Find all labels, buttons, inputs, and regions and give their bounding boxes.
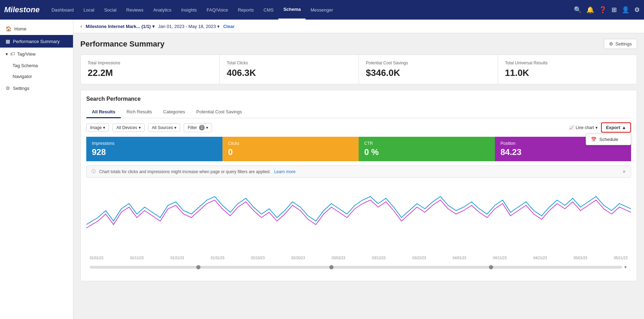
sidebar-group-tag-view[interactable]: ▾ 🏷 Tag/View (0, 48, 73, 60)
sidebar-item-home[interactable]: 🏠 Home (0, 22, 73, 35)
user-icon[interactable]: 👤 (622, 6, 629, 14)
schedule-icon: 📅 (591, 137, 597, 142)
nav-insights[interactable]: Insights (176, 0, 202, 20)
breadcrumb-company[interactable]: Milestone Internet Mark... (1/1) ▾ (86, 24, 154, 29)
close-info-button[interactable]: ✕ (622, 169, 626, 174)
notifications-icon[interactable]: 🔔 (586, 6, 594, 14)
timeline-down-icon[interactable]: ▼ (623, 265, 628, 270)
x-label-0: 01/01/23 (90, 256, 103, 260)
page-header: Performance Summary ⚙ Settings (80, 39, 637, 49)
chart-controls: 📈 Line chart ▾ Export ▲ 📅 (569, 122, 631, 133)
tab-potential-cost-savings[interactable]: Potential Cost Savings (191, 106, 248, 118)
timeline-thumb-2[interactable] (329, 265, 334, 269)
clicks-label: Total Clicks (227, 61, 351, 65)
nav-analytics[interactable]: Analytics (148, 0, 176, 20)
apps-icon[interactable]: ⊞ (612, 6, 617, 14)
x-label-1: 01/11/23 (130, 256, 144, 260)
sidebar-item-tag-schema[interactable]: Tag Schema (0, 60, 73, 71)
page-settings-button[interactable]: ⚙ Settings (604, 39, 637, 49)
sidebar: 🏠 Home ▦ Performance Summary ▾ 🏷 Tag/Vie… (0, 20, 73, 319)
nav-faq-voice[interactable]: FAQ/Voice (202, 0, 233, 20)
x-label-3: 01/31/23 (211, 256, 224, 260)
all-devices-filter[interactable]: All Devices ▾ (112, 123, 144, 132)
x-label-4: 02/10/23 (251, 256, 265, 260)
filter-button[interactable]: Filter 1 ▾ (184, 123, 212, 132)
app-logo: Milestone (4, 5, 39, 14)
help-icon[interactable]: ❓ (599, 6, 607, 14)
chart-svg (86, 183, 631, 253)
metric-bar-ctr[interactable]: CTR 0 % (359, 137, 495, 161)
schedule-export-item[interactable]: 📅 Schedule (586, 134, 631, 145)
settings-icon[interactable]: ⚙ (634, 6, 640, 14)
export-button[interactable]: Export ▲ (601, 122, 631, 133)
line-chart-label: Line chart (576, 125, 594, 130)
x-label-13: 05/11/23 (614, 256, 628, 260)
all-devices-label: All Devices (116, 125, 137, 130)
sidebar-performance-label: Performance Summary (13, 39, 60, 44)
main-content: ‹ Milestone Internet Mark... (1/1) ▾ Jan… (73, 20, 644, 319)
learn-more-link[interactable]: Learn more (274, 169, 295, 174)
schedule-label: Schedule (599, 137, 618, 142)
metrics-row: Total Impressions 22.2M Total Clicks 406… (80, 55, 637, 84)
nav-local[interactable]: Local (79, 0, 99, 20)
expand-icon: ▾ (6, 51, 8, 57)
impressions-bar-label: Impressions (92, 141, 217, 146)
info-bar: ⓘ Chart totals for clicks and impression… (86, 165, 631, 178)
sidebar-tag-view-label: Tag/View (17, 51, 36, 57)
line-chart-dropdown-icon: ▾ (595, 125, 598, 130)
date-range-label: Jan 01, 2023 - May 18, 2023 (158, 24, 216, 29)
tabs-row: All Results Rich Results Categories Pote… (86, 106, 631, 118)
tab-all-results[interactable]: All Results (86, 106, 121, 118)
impressions-value: 22.2M (88, 68, 212, 78)
breadcrumb-date-range[interactable]: Jan 01, 2023 - May 18, 2023 ▾ (158, 24, 220, 29)
page-title: Performance Summary (80, 40, 164, 49)
nav-messenger[interactable]: Messenger (306, 0, 338, 20)
clear-button[interactable]: Clear (223, 24, 235, 29)
nav-dashboard[interactable]: Dashboard (46, 0, 79, 20)
metric-bar-impressions[interactable]: Impressions 928 (86, 137, 222, 161)
filter-row: Image ▾ All Devices ▾ All Sources ▾ Filt… (86, 122, 631, 133)
settings-gear-page-icon: ⚙ (609, 41, 613, 47)
page-area: Performance Summary ⚙ Settings Total Imp… (73, 33, 644, 287)
x-label-10: 04/11/23 (493, 256, 507, 260)
breadcrumb-back-button[interactable]: ‹ (80, 23, 82, 29)
settings-gear-icon: ⚙ (6, 85, 10, 91)
timeline-thumb-3[interactable] (489, 265, 493, 269)
tab-categories[interactable]: Categories (158, 106, 191, 118)
export-dropdown: 📅 Schedule (586, 134, 631, 145)
image-filter[interactable]: Image ▾ (86, 123, 109, 132)
nav-social[interactable]: Social (99, 0, 121, 20)
export-container: Export ▲ 📅 Schedule (601, 122, 631, 133)
x-label-7: 03/12/23 (372, 256, 386, 260)
metric-bar-clicks[interactable]: Clicks 0 (222, 137, 359, 161)
company-dropdown-icon: ▾ (152, 24, 155, 29)
performance-icon: ▦ (6, 38, 10, 44)
settings-btn-label: Settings (615, 41, 632, 47)
nav-cms[interactable]: CMS (259, 0, 279, 20)
timeline-thumb-1[interactable] (196, 265, 200, 269)
universal-results-label: Total Universal Results (505, 61, 630, 65)
tab-rich-results[interactable]: Rich Results (121, 106, 158, 118)
clicks-value: 406.3K (227, 68, 351, 78)
sidebar-item-performance-summary[interactable]: ▦ Performance Summary (0, 35, 73, 48)
nav-schema[interactable]: Schema (278, 0, 306, 20)
timeline-scrollbar[interactable]: ▼ (86, 263, 631, 271)
nav-reports[interactable]: Reports (233, 0, 259, 20)
sidebar-item-navigator[interactable]: Navigator (0, 71, 73, 82)
search-performance-title: Search Performance (86, 96, 631, 102)
nav-reviews[interactable]: Reviews (122, 0, 148, 20)
search-icon[interactable]: 🔍 (574, 6, 581, 14)
filter-dropdown-icon: ▾ (206, 125, 208, 130)
all-sources-label: All Sources (152, 125, 173, 130)
x-axis-labels: 01/01/23 01/11/23 01/21/23 01/31/23 02/1… (86, 256, 631, 260)
line-chart-button[interactable]: 📈 Line chart ▾ (569, 125, 598, 130)
tag-icon: 🏷 (10, 51, 15, 57)
cost-savings-value: $346.0K (366, 68, 491, 78)
timeline-track[interactable] (90, 266, 622, 269)
all-sources-filter[interactable]: All Sources ▾ (148, 123, 181, 132)
impressions-label: Total Impressions (88, 61, 212, 65)
filter-count-badge: 1 (199, 125, 205, 130)
top-navigation: Milestone Dashboard Local Social Reviews… (0, 0, 644, 20)
x-label-12: 05/01/23 (573, 256, 587, 260)
sidebar-item-settings[interactable]: ⚙ Settings (0, 82, 73, 94)
